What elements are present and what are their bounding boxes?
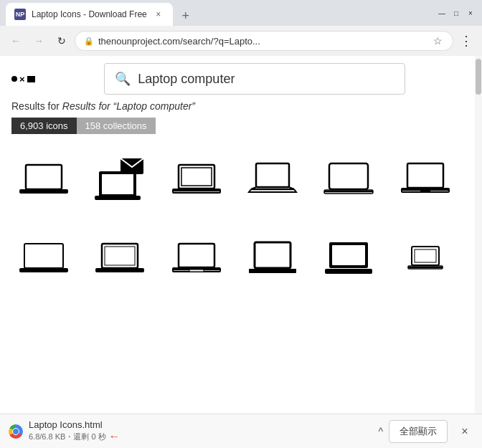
svg-rect-8 xyxy=(181,168,212,186)
search-box[interactable]: 🔍 Laptop computer xyxy=(104,63,405,95)
show-all-button[interactable]: 全部顯示 xyxy=(389,420,448,443)
address-input[interactable]: 🔒 thenounproject.com/search/?q=Lapto... … xyxy=(75,31,453,51)
icon-laptop-10[interactable] xyxy=(240,227,305,292)
results-section: Results for Results for “Laptop computer… xyxy=(0,97,475,143)
maximize-button[interactable]: □ xyxy=(450,7,462,19)
more-options-button[interactable]: ⋮ xyxy=(456,31,476,51)
title-bar: NP Laptop Icons - Download Free × + — □ … xyxy=(0,0,482,26)
svg-rect-19 xyxy=(420,190,430,192)
icon-laptop-4[interactable] xyxy=(240,148,305,213)
svg-rect-7 xyxy=(179,165,214,189)
scrollbar-thumb[interactable] xyxy=(476,59,481,95)
chrome-favicon xyxy=(9,424,23,439)
svg-rect-16 xyxy=(407,163,443,188)
svg-rect-11 xyxy=(256,163,289,187)
svg-rect-27 xyxy=(179,244,214,267)
logo-x: × xyxy=(19,74,25,85)
results-label: Results for Results for “Laptop computer… xyxy=(11,100,463,112)
icon-laptop-7[interactable] xyxy=(11,227,76,292)
icon-laptop-6[interactable] xyxy=(393,148,458,213)
tab-close-button[interactable]: × xyxy=(153,9,164,20)
svg-rect-24 xyxy=(105,247,135,265)
download-arrow-icon: ← xyxy=(109,430,120,443)
logo-area: × xyxy=(11,74,35,85)
page-content: × 🔍 Laptop computer Results for Results … xyxy=(0,56,475,414)
search-container: 🔍 Laptop computer xyxy=(47,63,463,95)
new-tab-button[interactable]: + xyxy=(176,6,196,26)
svg-rect-35 xyxy=(332,245,365,265)
close-window-button[interactable]: × xyxy=(465,7,476,19)
scrollbar[interactable] xyxy=(475,56,482,414)
svg-rect-0 xyxy=(26,165,62,189)
tab-title: Laptop Icons - Download Free xyxy=(32,9,147,19)
icon-laptop-8[interactable] xyxy=(88,227,152,292)
download-close-button[interactable]: × xyxy=(456,423,473,440)
security-icon: 🔒 xyxy=(84,37,94,46)
download-meta: 6.8/6.8 KB・還剩 0 秒 ← xyxy=(29,430,369,443)
browser-window: NP Laptop Icons - Download Free × + — □ … xyxy=(0,0,482,448)
download-filename: Laptop Icons.html xyxy=(29,419,369,430)
download-chevron-button[interactable]: ^ xyxy=(378,426,383,437)
icon-laptop-11[interactable] xyxy=(316,227,381,292)
icon-laptop-email[interactable] xyxy=(88,148,152,213)
icons-grid-row2 xyxy=(0,221,475,297)
bookmark-icon[interactable]: ☆ xyxy=(432,34,444,48)
tab-favicon: NP xyxy=(14,9,26,20)
window-controls: — □ × xyxy=(436,7,476,19)
svg-rect-23 xyxy=(102,244,138,268)
icon-laptop-5[interactable] xyxy=(316,148,381,213)
icon-laptop-12[interactable] xyxy=(393,227,458,292)
svg-rect-13 xyxy=(329,163,368,189)
svg-rect-30 xyxy=(189,270,204,272)
address-bar: ← → ↻ 🔒 thenounproject.com/search/?q=Lap… xyxy=(0,26,482,56)
page-header: × 🔍 Laptop computer xyxy=(0,56,475,97)
minimize-button[interactable]: — xyxy=(436,7,448,19)
download-info: Laptop Icons.html 6.8/6.8 KB・還剩 0 秒 ← xyxy=(29,419,369,443)
refresh-button[interactable]: ↻ xyxy=(52,31,72,51)
svg-rect-36 xyxy=(325,269,372,274)
logo-rect xyxy=(27,76,35,82)
svg-rect-20 xyxy=(24,244,63,268)
icon-laptop-1[interactable] xyxy=(11,148,76,213)
svg-rect-31 xyxy=(255,242,290,268)
icons-grid-row1 xyxy=(0,143,475,219)
tab-container: NP Laptop Icons - Download Free × + xyxy=(6,0,430,26)
content-area: × 🔍 Laptop computer Results for Results … xyxy=(0,56,482,414)
icon-laptop-3[interactable] xyxy=(164,148,229,213)
collections-tab[interactable]: 158 collections xyxy=(77,118,156,134)
svg-rect-38 xyxy=(415,249,436,262)
icons-tab[interactable]: 6,903 icons xyxy=(11,118,77,134)
active-tab[interactable]: NP Laptop Icons - Download Free × xyxy=(6,3,173,26)
icon-laptop-9[interactable] xyxy=(164,227,229,292)
address-text: thenounproject.com/search/?q=Lapto... xyxy=(98,36,427,47)
back-button[interactable]: ← xyxy=(6,31,26,51)
filter-tabs: 6,903 icons 158 collections xyxy=(11,118,463,134)
search-icon: 🔍 xyxy=(115,71,131,87)
logo-dot xyxy=(11,76,17,82)
svg-rect-4 xyxy=(102,174,133,194)
svg-rect-5 xyxy=(95,196,141,200)
svg-rect-33 xyxy=(249,269,296,273)
download-bar: Laptop Icons.html 6.8/6.8 KB・還剩 0 秒 ← ^ … xyxy=(0,414,482,448)
search-value: Laptop computer xyxy=(138,72,235,87)
forward-button[interactable]: → xyxy=(29,31,49,51)
